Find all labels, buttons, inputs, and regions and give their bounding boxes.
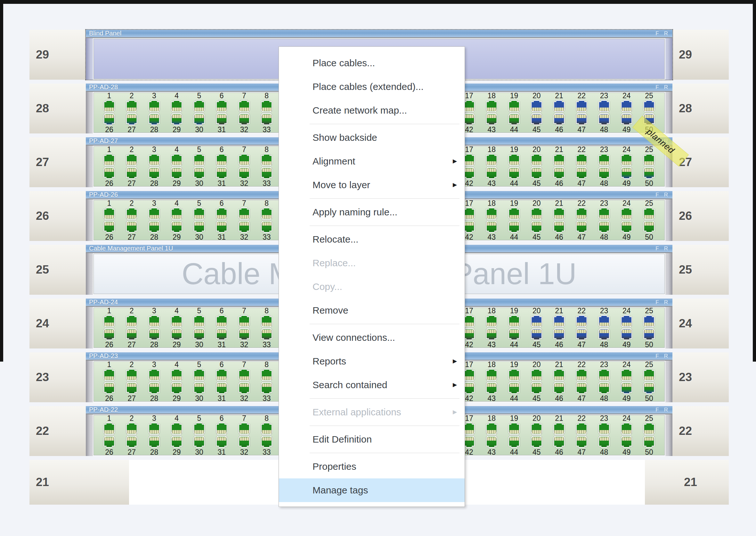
port[interactable] (215, 153, 229, 166)
port[interactable] (147, 315, 162, 327)
port[interactable] (552, 369, 566, 381)
port[interactable] (147, 153, 162, 166)
menu-item-place-cables[interactable]: Place cables... (279, 51, 465, 75)
port[interactable] (260, 100, 274, 112)
port[interactable] (237, 153, 251, 166)
port[interactable] (642, 221, 656, 233)
rear-view-toggle[interactable]: R (664, 30, 668, 37)
front-view-toggle[interactable]: F (656, 192, 659, 198)
port[interactable] (237, 328, 251, 341)
port[interactable] (260, 207, 274, 220)
port[interactable] (125, 100, 139, 112)
port[interactable] (215, 315, 229, 327)
port[interactable] (125, 153, 139, 166)
menu-item-search-contained[interactable]: Search contained▶ (279, 373, 465, 397)
port[interactable] (552, 328, 566, 341)
port[interactable] (215, 221, 229, 233)
menu-item-reports[interactable]: Reports▶ (279, 350, 465, 373)
port[interactable] (620, 100, 634, 112)
port[interactable] (507, 221, 521, 233)
port[interactable] (125, 113, 139, 126)
port[interactable] (485, 315, 499, 327)
port[interactable] (192, 153, 206, 166)
port[interactable] (102, 221, 116, 233)
port[interactable] (597, 221, 611, 233)
port[interactable] (552, 100, 566, 112)
front-view-toggle[interactable]: F (656, 407, 659, 413)
port[interactable] (620, 167, 634, 180)
port[interactable] (102, 207, 116, 220)
port[interactable] (102, 328, 116, 341)
port[interactable] (552, 113, 566, 126)
rear-view-toggle[interactable]: R (664, 192, 668, 198)
port[interactable] (237, 422, 251, 435)
port[interactable] (147, 113, 162, 126)
port[interactable] (485, 207, 499, 220)
port[interactable] (170, 436, 184, 448)
menu-item-view-connections[interactable]: View connections... (279, 326, 465, 350)
port[interactable] (642, 207, 656, 220)
port[interactable] (620, 382, 634, 394)
port[interactable] (507, 153, 521, 166)
port[interactable] (215, 436, 229, 448)
port[interactable] (260, 113, 274, 126)
port[interactable] (147, 369, 162, 381)
menu-item-replace[interactable]: Replace... (279, 251, 465, 275)
port[interactable] (260, 315, 274, 327)
port[interactable] (260, 221, 274, 233)
port[interactable] (102, 100, 116, 112)
port[interactable] (237, 100, 251, 112)
port[interactable] (620, 315, 634, 327)
port[interactable] (260, 382, 274, 394)
port[interactable] (147, 221, 162, 233)
port[interactable] (620, 207, 634, 220)
port[interactable] (642, 100, 656, 112)
port[interactable] (597, 167, 611, 180)
port[interactable] (260, 153, 274, 166)
port[interactable] (237, 221, 251, 233)
port[interactable] (102, 315, 116, 327)
port[interactable] (215, 369, 229, 381)
port[interactable] (642, 167, 656, 180)
port[interactable] (170, 328, 184, 341)
port[interactable] (192, 113, 206, 126)
menu-item-remove[interactable]: Remove (279, 299, 465, 322)
port[interactable] (642, 382, 656, 394)
port[interactable] (485, 328, 499, 341)
port[interactable] (597, 369, 611, 381)
port[interactable] (260, 436, 274, 448)
port[interactable] (102, 113, 116, 126)
port[interactable] (552, 153, 566, 166)
port[interactable] (215, 207, 229, 220)
port[interactable] (170, 422, 184, 435)
menu-item-place-cables-extended[interactable]: Place cables (extended)... (279, 75, 465, 99)
front-view-toggle[interactable]: F (656, 299, 659, 306)
port[interactable] (147, 100, 162, 112)
port[interactable] (237, 113, 251, 126)
port[interactable] (530, 153, 544, 166)
port[interactable] (552, 207, 566, 220)
port[interactable] (102, 153, 116, 166)
port[interactable] (530, 100, 544, 112)
port[interactable] (215, 100, 229, 112)
port[interactable] (192, 436, 206, 448)
port[interactable] (597, 153, 611, 166)
port[interactable] (552, 436, 566, 448)
port[interactable] (192, 100, 206, 112)
port[interactable] (260, 167, 274, 180)
front-view-toggle[interactable]: F (656, 246, 659, 252)
port[interactable] (552, 221, 566, 233)
port[interactable] (170, 100, 184, 112)
port[interactable] (260, 369, 274, 381)
port[interactable] (530, 315, 544, 327)
port[interactable] (485, 436, 499, 448)
port[interactable] (507, 369, 521, 381)
port[interactable] (125, 436, 139, 448)
port[interactable] (102, 167, 116, 180)
port[interactable] (147, 382, 162, 394)
port[interactable] (485, 221, 499, 233)
port[interactable] (574, 328, 589, 341)
menu-item-apply-naming-rule[interactable]: Apply naming rule... (279, 200, 465, 224)
port[interactable] (170, 153, 184, 166)
port[interactable] (125, 315, 139, 327)
